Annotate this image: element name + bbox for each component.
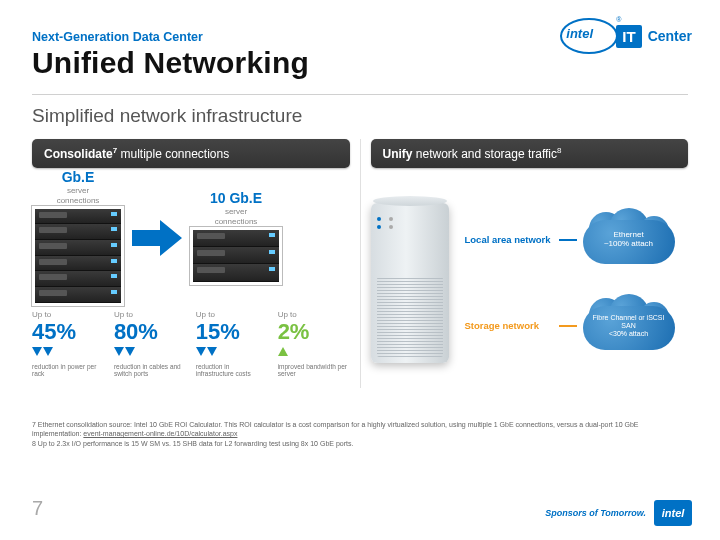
left-pill-rest: multiple connections: [117, 147, 229, 161]
it-badge: IT: [616, 25, 641, 48]
subtitle: Simplified network infrastructure: [32, 105, 688, 127]
footnotes: 7 Ethernet consolidation source: Intel 1…: [32, 420, 688, 448]
arrow-right-icon: [132, 218, 182, 258]
lan-row: Local area network Ethernet ~100% attach: [465, 212, 689, 268]
fn8-num: 8: [32, 440, 36, 447]
left-pill-bold: Consolidate: [44, 147, 113, 161]
gbe-right-label: 10 Gb.E server connections: [190, 191, 282, 226]
fn7-link: event-management-online.de/10D/calculato…: [83, 430, 237, 437]
stats-row: Up to 45% reduction in power per rack Up…: [32, 310, 350, 378]
left-pill: Consolidate7 multiple connections: [32, 139, 350, 168]
server-stack-1gbe: [32, 206, 124, 306]
server-stack-10gbe: [190, 227, 282, 285]
svg-marker-0: [132, 220, 182, 256]
fn7-num: 7: [32, 421, 36, 428]
fn8-text: Up to 2.3x I/O performance is 15 W SM vs…: [38, 440, 354, 447]
center-label: Center: [648, 28, 692, 44]
right-column: Unify network and storage traffic8 Local…: [361, 139, 689, 388]
stat-2: Up to 15% reduction in infrastructure co…: [196, 310, 268, 378]
stat-3: Up to 2% improved bandwidth per server: [278, 310, 350, 378]
footer-brand: Sponsors of Tomorrow. intel: [545, 500, 692, 526]
right-pill-rest: network and storage traffic: [413, 147, 558, 161]
right-pill: Unify network and storage traffic8: [371, 139, 689, 168]
sponsor-text: Sponsors of Tomorrow.: [545, 508, 646, 518]
stat-0: Up to 45% reduction in power per rack: [32, 310, 104, 378]
left-column: Consolidate7 multiple connections Gb.E s…: [32, 139, 361, 388]
right-pill-sup: 8: [557, 146, 561, 155]
divider: [32, 94, 688, 95]
page-number: 7: [32, 497, 43, 520]
cloud-ethernet: Ethernet ~100% attach: [583, 212, 675, 268]
intel-square-logo: intel: [654, 500, 692, 526]
cloud-storage: Fibre Channel or iSCSI SAN <30% attach: [583, 298, 675, 354]
right-pill-bold: Unify: [383, 147, 413, 161]
intel-oval-logo: intel ®: [560, 18, 618, 54]
gbe-left-label: Gb.E server connections: [32, 170, 124, 205]
server-tower-icon: [371, 203, 449, 363]
unify-diagram: Local area network Ethernet ~100% attach…: [371, 178, 689, 388]
storage-row: Storage network Fibre Channel or iSCSI S…: [465, 298, 689, 354]
brand-logo-top: intel ® IT Center: [560, 18, 692, 54]
stat-1: Up to 80% reduction in cables and switch…: [114, 310, 186, 378]
consolidate-diagram: Gb.E server connections 10 Gb.E server c…: [32, 178, 350, 298]
